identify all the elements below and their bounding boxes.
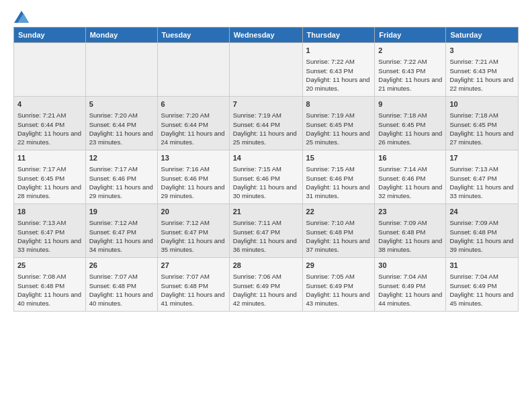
daylight-text: Daylight: 11 hours and 36 minutes. [233, 237, 297, 253]
sunrise-text: Sunrise: 7:21 AM [17, 111, 66, 119]
day-cell [157, 43, 229, 97]
day-cell: 27Sunrise: 7:07 AMSunset: 6:48 PMDayligh… [157, 258, 229, 312]
day-number: 8 [306, 99, 371, 109]
sunset-text: Sunset: 6:49 PM [449, 282, 496, 289]
day-number: 30 [378, 261, 442, 271]
sunset-text: Sunset: 6:45 PM [17, 175, 64, 182]
daylight-text: Daylight: 11 hours and 41 minutes. [161, 291, 225, 307]
sunrise-text: Sunrise: 7:14 AM [378, 165, 427, 173]
day-number: 12 [89, 153, 154, 163]
day-number: 28 [233, 261, 299, 271]
sunrise-text: Sunrise: 7:07 AM [89, 273, 138, 280]
sunset-text: Sunset: 6:45 PM [449, 121, 496, 128]
daylight-text: Daylight: 11 hours and 21 minutes. [378, 76, 442, 92]
col-friday: Friday [375, 28, 446, 43]
day-cell: 19Sunrise: 7:12 AMSunset: 6:47 PMDayligh… [85, 204, 157, 258]
sunrise-text: Sunrise: 7:10 AM [306, 219, 355, 226]
daylight-text: Daylight: 11 hours and 33 minutes. [17, 237, 81, 253]
sunrise-text: Sunrise: 7:13 AM [449, 165, 498, 173]
daylight-text: Daylight: 11 hours and 42 minutes. [233, 291, 297, 307]
sunrise-text: Sunrise: 7:13 AM [17, 219, 66, 226]
day-cell: 31Sunrise: 7:04 AMSunset: 6:49 PMDayligh… [446, 258, 519, 312]
day-cell: 9Sunrise: 7:18 AMSunset: 6:45 PMDaylight… [375, 97, 446, 150]
sunset-text: Sunset: 6:44 PM [17, 121, 64, 128]
sunset-text: Sunset: 6:43 PM [449, 67, 496, 75]
day-number: 2 [378, 46, 442, 56]
col-thursday: Thursday [302, 28, 375, 43]
day-number: 18 [17, 207, 82, 217]
col-wednesday: Wednesday [229, 28, 302, 43]
day-number: 10 [449, 99, 515, 109]
daylight-text: Daylight: 11 hours and 22 minutes. [17, 130, 81, 146]
sunset-text: Sunset: 6:49 PM [306, 282, 353, 289]
day-cell: 16Sunrise: 7:14 AMSunset: 6:46 PMDayligh… [375, 150, 446, 204]
day-number: 25 [17, 261, 82, 271]
day-number: 17 [449, 153, 515, 163]
daylight-text: Daylight: 11 hours and 29 minutes. [89, 183, 153, 199]
sunset-text: Sunset: 6:46 PM [306, 175, 353, 182]
day-number: 26 [89, 261, 154, 271]
day-number: 7 [233, 99, 299, 109]
day-cell [229, 43, 302, 97]
sunrise-text: Sunrise: 7:20 AM [89, 111, 138, 119]
day-cell: 30Sunrise: 7:04 AMSunset: 6:49 PMDayligh… [375, 258, 446, 312]
sunset-text: Sunset: 6:46 PM [378, 175, 425, 182]
sunrise-text: Sunrise: 7:17 AM [89, 165, 138, 173]
day-number: 11 [17, 153, 82, 163]
logo-text [13, 11, 30, 23]
header [13, 11, 519, 20]
sunset-text: Sunset: 6:47 PM [17, 228, 64, 236]
day-number: 20 [161, 207, 226, 217]
week-row-1: 1Sunrise: 7:22 AMSunset: 6:43 PMDaylight… [14, 43, 519, 97]
sunset-text: Sunset: 6:45 PM [306, 121, 353, 128]
sunset-text: Sunset: 6:49 PM [378, 282, 425, 289]
day-number: 9 [378, 99, 442, 109]
daylight-text: Daylight: 11 hours and 34 minutes. [89, 237, 153, 253]
calendar-table: Sunday Monday Tuesday Wednesday Thursday… [13, 27, 519, 312]
header-row: Sunday Monday Tuesday Wednesday Thursday… [14, 28, 519, 43]
sunset-text: Sunset: 6:47 PM [161, 228, 208, 236]
day-cell: 11Sunrise: 7:17 AMSunset: 6:45 PMDayligh… [14, 150, 86, 204]
day-number: 29 [306, 261, 371, 271]
daylight-text: Daylight: 11 hours and 30 minutes. [233, 183, 297, 199]
col-saturday: Saturday [446, 28, 519, 43]
logo [13, 11, 30, 20]
sunset-text: Sunset: 6:44 PM [161, 121, 208, 128]
day-cell: 8Sunrise: 7:19 AMSunset: 6:45 PMDaylight… [302, 97, 375, 150]
daylight-text: Daylight: 11 hours and 40 minutes. [89, 291, 153, 307]
day-cell: 6Sunrise: 7:20 AMSunset: 6:44 PMDaylight… [157, 97, 229, 150]
daylight-text: Daylight: 11 hours and 43 minutes. [306, 291, 370, 307]
sunset-text: Sunset: 6:48 PM [378, 228, 425, 236]
day-cell: 2Sunrise: 7:22 AMSunset: 6:43 PMDaylight… [375, 43, 446, 97]
day-number: 13 [161, 153, 226, 163]
day-cell: 14Sunrise: 7:15 AMSunset: 6:46 PMDayligh… [229, 150, 302, 204]
day-cell: 5Sunrise: 7:20 AMSunset: 6:44 PMDaylight… [85, 97, 157, 150]
day-cell: 26Sunrise: 7:07 AMSunset: 6:48 PMDayligh… [85, 258, 157, 312]
day-cell: 10Sunrise: 7:18 AMSunset: 6:45 PMDayligh… [446, 97, 519, 150]
daylight-text: Daylight: 11 hours and 31 minutes. [306, 183, 370, 199]
sunset-text: Sunset: 6:47 PM [233, 228, 280, 236]
day-number: 23 [378, 207, 442, 217]
sunrise-text: Sunrise: 7:09 AM [378, 219, 427, 226]
sunrise-text: Sunrise: 7:19 AM [233, 111, 281, 119]
daylight-text: Daylight: 11 hours and 39 minutes. [449, 237, 513, 253]
day-cell: 13Sunrise: 7:16 AMSunset: 6:46 PMDayligh… [157, 150, 229, 204]
sunrise-text: Sunrise: 7:18 AM [449, 111, 498, 119]
col-tuesday: Tuesday [157, 28, 229, 43]
sunrise-text: Sunrise: 7:19 AM [306, 111, 355, 119]
sunrise-text: Sunrise: 7:07 AM [161, 273, 210, 280]
week-row-4: 18Sunrise: 7:13 AMSunset: 6:47 PMDayligh… [14, 204, 519, 258]
day-number: 24 [449, 207, 515, 217]
sunrise-text: Sunrise: 7:04 AM [449, 273, 498, 280]
sunset-text: Sunset: 6:46 PM [161, 175, 208, 182]
day-number: 27 [161, 261, 226, 271]
daylight-text: Daylight: 11 hours and 37 minutes. [306, 237, 370, 253]
sunrise-text: Sunrise: 7:15 AM [233, 165, 281, 173]
day-number: 31 [449, 261, 515, 271]
sunrise-text: Sunrise: 7:17 AM [17, 165, 66, 173]
sunset-text: Sunset: 6:44 PM [233, 121, 280, 128]
daylight-text: Daylight: 11 hours and 25 minutes. [233, 130, 297, 146]
day-cell: 21Sunrise: 7:11 AMSunset: 6:47 PMDayligh… [229, 204, 302, 258]
day-number: 4 [17, 99, 82, 109]
day-number: 19 [89, 207, 154, 217]
